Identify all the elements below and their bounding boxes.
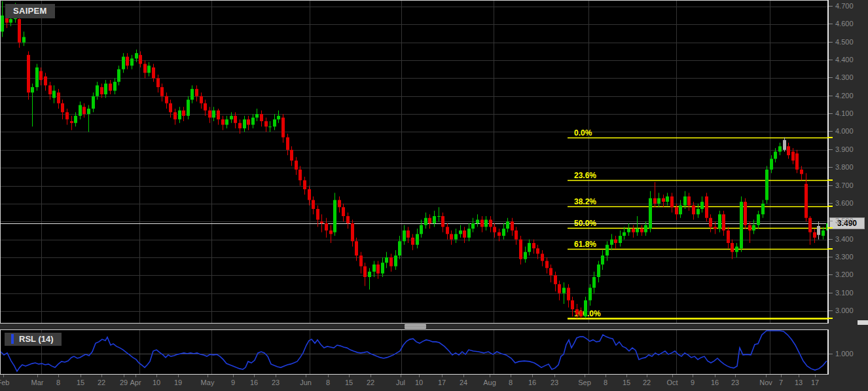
- splitter-grip-icon[interactable]: [405, 324, 426, 329]
- indicator-canvas[interactable]: [1, 330, 828, 374]
- candle-body: [398, 241, 401, 255]
- price-axis-tick: [829, 167, 833, 168]
- time-axis-tick: [124, 375, 124, 377]
- candle: [182, 107, 185, 121]
- price-axis-tick: [829, 185, 833, 186]
- time-axis-tick: [276, 375, 276, 377]
- time-axis-label: Aug: [483, 379, 496, 386]
- candle: [368, 268, 371, 289]
- candle: [217, 109, 220, 125]
- time-axis-tick: [532, 375, 533, 377]
- candle-body: [27, 55, 30, 92]
- candle-body: [130, 58, 134, 65]
- candle: [619, 231, 622, 247]
- price-axis-tick: [829, 239, 833, 240]
- time-axis-label: 10: [415, 379, 423, 386]
- price-axis-label: 4.300: [835, 73, 854, 81]
- candle: [718, 211, 721, 233]
- candle-body: [752, 225, 755, 231]
- candle: [79, 102, 82, 119]
- candle-body: [489, 219, 492, 227]
- candle-body: [632, 229, 635, 232]
- time-axis-tick: [799, 375, 799, 377]
- time-axis-tick: [554, 375, 555, 377]
- candle: [61, 100, 64, 119]
- candle-body: [251, 118, 255, 125]
- candle: [484, 216, 488, 231]
- candle: [286, 134, 289, 155]
- candle-body: [190, 89, 194, 100]
- price-axis-tick: [829, 293, 833, 293]
- candle: [135, 50, 138, 62]
- candle-body: [139, 55, 142, 64]
- candle: [783, 138, 786, 152]
- price-chart-canvas[interactable]: 0.0%23.6%38.2%50.0%61.8%100.0%: [1, 1, 828, 324]
- candle: [670, 193, 674, 212]
- price-chart-pane[interactable]: 0.0%23.6%38.2%50.0%61.8%100.0%: [0, 0, 827, 323]
- price-axis-label: 3.800: [835, 163, 854, 171]
- candle-body: [243, 119, 246, 128]
- price-axis-tick: [829, 60, 833, 60]
- candle: [234, 112, 237, 128]
- candle-body: [234, 116, 237, 123]
- price-axis-tick: [829, 203, 833, 204]
- time-axis-label: Jun: [300, 379, 312, 386]
- time-axis-label: Sep: [578, 379, 591, 386]
- price-axis-tick: [829, 24, 833, 24]
- candle-body: [238, 123, 242, 128]
- time-axis-label: Nov: [759, 379, 772, 386]
- time-axis-tick: [178, 375, 179, 377]
- candle: [92, 92, 95, 112]
- candle-body: [592, 277, 596, 288]
- candle: [597, 261, 600, 282]
- pane-splitter[interactable]: [0, 323, 829, 330]
- fib-axis-tick: [827, 227, 833, 229]
- candle: [649, 191, 652, 233]
- time-axis[interactable]: FebMar8152229Apr1019May91623Jun81522Jul1…: [0, 375, 868, 391]
- candle: [519, 236, 522, 265]
- time-axis-label: 22: [643, 379, 651, 386]
- candle: [109, 80, 112, 94]
- candle: [744, 198, 747, 229]
- candle-body: [39, 71, 43, 80]
- candle-body: [614, 240, 617, 243]
- candle: [376, 261, 380, 278]
- candle-body: [817, 226, 820, 235]
- candle: [260, 111, 263, 127]
- time-axis-label: 16: [250, 379, 258, 386]
- candle-body: [670, 196, 674, 207]
- candle-body: [709, 218, 712, 227]
- symbol-label: SAIPEM: [13, 6, 47, 16]
- candle-body: [562, 288, 566, 293]
- price-axis[interactable]: 3.490 1.000 4.7004.6004.5004.4004.3004.2…: [829, 0, 868, 391]
- candle: [389, 253, 393, 271]
- candle: [614, 236, 617, 248]
- candle: [303, 177, 306, 195]
- candle-body: [679, 206, 682, 215]
- candle: [640, 225, 643, 236]
- candle-body: [597, 265, 600, 277]
- candle: [165, 92, 168, 109]
- time-axis-tick: [672, 375, 673, 377]
- candle: [528, 240, 531, 256]
- candle: [411, 234, 414, 250]
- time-axis-label: Jul: [396, 379, 405, 386]
- candle-body: [740, 202, 743, 248]
- candle-body: [394, 255, 397, 266]
- candle-body: [57, 92, 60, 103]
- candle-body: [260, 114, 263, 121]
- indicator-pane[interactable]: [0, 330, 827, 374]
- candle-body: [675, 207, 678, 214]
- candle: [459, 225, 462, 238]
- candle: [212, 107, 215, 121]
- candle: [450, 231, 453, 245]
- candle-body: [428, 218, 431, 223]
- candle: [700, 196, 704, 213]
- candle: [295, 157, 298, 175]
- candle-body: [441, 216, 444, 227]
- candle: [666, 193, 669, 205]
- candle: [471, 218, 475, 233]
- price-axis-tick: [829, 131, 833, 132]
- price-axis-label: 3.900: [835, 145, 854, 153]
- candle: [627, 223, 630, 236]
